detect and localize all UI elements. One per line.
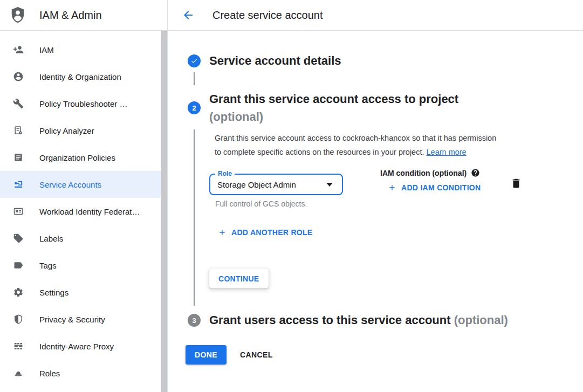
hat-icon	[13, 368, 24, 379]
sidebar: IAM & Admin IAM Identity & Organization …	[0, 0, 168, 392]
sidebar-item-policy-troubleshooter[interactable]: Policy Troubleshooter …	[0, 90, 161, 117]
trash-icon	[510, 177, 523, 189]
sidebar-item-settings[interactable]: Settings	[0, 279, 161, 306]
sidebar-item-service-accounts[interactable]: Service Accounts	[0, 171, 161, 198]
sidebar-item-label: Roles	[39, 369, 60, 378]
sidebar-item-label: Policy Analyzer	[39, 126, 94, 135]
document-lines-icon	[13, 152, 24, 163]
step2-title: Grant this service account access to pro…	[209, 90, 458, 108]
sidebar-scrollbar[interactable]	[161, 31, 167, 392]
sidebar-item-label: Workload Identity Federat…	[39, 207, 140, 216]
sidebar-item-organization-policies[interactable]: Organization Policies	[0, 144, 161, 171]
sidebar-item-identity-organization[interactable]: Identity & Organization	[0, 63, 161, 90]
dropdown-arrow-icon	[326, 183, 333, 187]
sidebar-item-label: Privacy & Security	[39, 315, 105, 324]
step1-complete-check-icon	[188, 54, 201, 67]
sidebar-item-label: Identity & Organization	[39, 72, 121, 81]
create-service-account-form: Service account details 2 Grant this ser…	[168, 31, 583, 392]
delete-role-button[interactable]	[510, 177, 523, 190]
step3-title: Grant users access to this service accou…	[209, 313, 451, 327]
page-title: Create service account	[212, 9, 323, 22]
role-select[interactable]: Role Storage Object Admin	[209, 174, 343, 195]
step2-description-line2: to complete specific actions on the reso…	[215, 148, 424, 156]
sidebar-nav: IAM Identity & Organization Policy Troub…	[0, 31, 161, 387]
sidebar-item-label: Tags	[39, 261, 57, 270]
sidebar-item-policy-analyzer[interactable]: Policy Analyzer	[0, 117, 161, 144]
learn-more-link[interactable]: Learn more	[427, 148, 467, 156]
sidebar-item-label: IAM	[39, 45, 54, 54]
shield-icon	[13, 314, 24, 325]
iam-condition-label-row: IAM condition (optional)	[380, 168, 480, 177]
cancel-button[interactable]: CANCEL	[233, 345, 280, 365]
help-icon[interactable]	[471, 168, 480, 177]
step2-optional-label: (optional)	[209, 108, 458, 126]
arrow-back-icon	[182, 9, 195, 22]
iam-condition-label: IAM condition (optional)	[380, 169, 467, 177]
role-selected-value: Storage Object Admin	[217, 180, 296, 189]
plus-icon	[388, 183, 396, 192]
sidebar-item-privacy-security[interactable]: Privacy & Security	[0, 306, 161, 333]
role-field-label: Role	[215, 170, 235, 177]
sidebar-item-identity-aware-proxy[interactable]: Identity-Aware Proxy	[0, 333, 161, 360]
sidebar-item-label: Policy Troubleshooter …	[39, 99, 127, 108]
done-label: DONE	[195, 350, 217, 359]
sidebar-item-label: Labels	[39, 234, 63, 243]
step2-number-badge: 2	[188, 101, 201, 114]
add-another-role-label: ADD ANOTHER ROLE	[231, 228, 313, 237]
wrench-icon	[13, 98, 24, 109]
sidebar-item-label: Settings	[39, 288, 68, 297]
id-card-icon	[13, 206, 24, 217]
tag-icon	[13, 233, 24, 244]
app-title: IAM & Admin	[39, 9, 102, 22]
continue-label: CONTINUE	[218, 274, 259, 283]
step3-number: 3	[192, 317, 196, 325]
sidebar-item-workload-identity-federation[interactable]: Workload Identity Federat…	[0, 198, 161, 225]
back-button[interactable]	[182, 9, 195, 22]
role-helper-text: Full control of GCS objects.	[215, 200, 307, 208]
step3-number-badge: 3	[188, 314, 201, 327]
document-gear-icon	[13, 125, 24, 136]
gear-icon	[13, 287, 24, 298]
sidebar-item-labels[interactable]: Labels	[0, 225, 161, 252]
sidebar-item-label: Organization Policies	[39, 153, 115, 162]
service-account-key-icon	[13, 179, 24, 190]
add-another-role-button[interactable]: ADD ANOTHER ROLE	[218, 228, 313, 237]
step3-heading: Grant users access to this service accou…	[209, 313, 508, 328]
step3-optional-label: (optional)	[454, 313, 508, 327]
step2-description: Grant this service account access to coc…	[215, 131, 538, 159]
stepper-connector	[194, 72, 195, 85]
step2-heading: Grant this service account access to pro…	[209, 90, 458, 126]
add-iam-condition-label: ADD IAM CONDITION	[401, 183, 481, 192]
sidebar-item-label: Identity-Aware Proxy	[39, 342, 114, 351]
cancel-label: CANCEL	[240, 350, 273, 359]
sidebar-item-label: Service Accounts	[39, 180, 101, 189]
stepper-connector	[194, 129, 195, 306]
main-panel: Create service account Service account d…	[168, 0, 583, 392]
done-button[interactable]: DONE	[186, 345, 227, 365]
step1-title: Service account details	[209, 53, 341, 68]
add-iam-condition-button[interactable]: ADD IAM CONDITION	[388, 183, 481, 192]
sidebar-item-roles[interactable]: Roles	[0, 360, 161, 387]
sidebar-header: IAM & Admin	[0, 0, 167, 31]
step2-number: 2	[192, 104, 196, 112]
person-add-icon	[13, 44, 24, 55]
plus-icon	[218, 228, 227, 237]
shield-person-icon	[10, 6, 26, 24]
step2-description-line1: Grant this service account access to coc…	[215, 134, 496, 142]
sidebar-item-iam[interactable]: IAM	[0, 36, 161, 63]
proxy-icon	[13, 341, 24, 352]
page-header: Create service account	[168, 0, 583, 31]
continue-button[interactable]: CONTINUE	[209, 269, 269, 288]
label-icon	[13, 260, 24, 271]
sidebar-item-tags[interactable]: Tags	[0, 252, 161, 279]
identity-person-icon	[13, 71, 24, 82]
